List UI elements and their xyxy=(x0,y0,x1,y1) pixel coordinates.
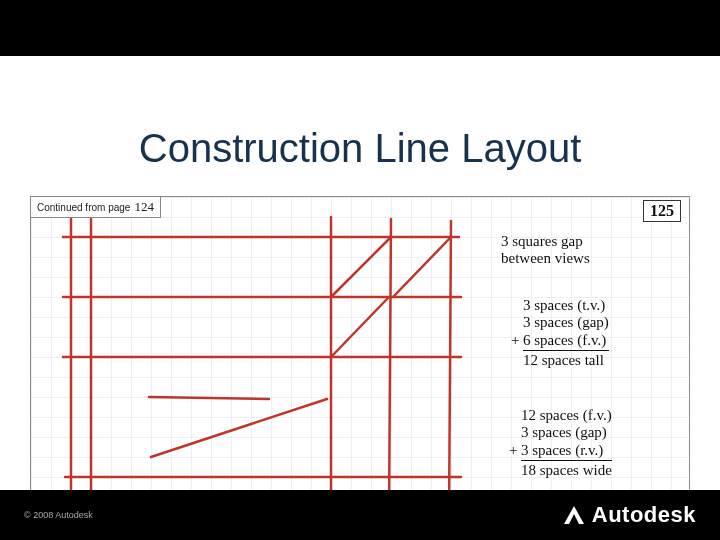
top-band xyxy=(0,0,720,56)
annotations: 3 squares gap between views 3 spaces (t.… xyxy=(31,197,689,525)
note-tall-r1: 3 spaces (t.v.) xyxy=(523,297,609,314)
brand-text: Autodesk xyxy=(592,502,696,528)
note-gap-line2: between views xyxy=(501,250,590,267)
note-tall-r2: 3 spaces (gap) xyxy=(523,314,609,331)
footer: © 2008 Autodesk Autodesk xyxy=(0,490,720,540)
content-band: Construction Line Layout xyxy=(0,56,720,490)
note-wide-r2: 3 spaces (gap) xyxy=(521,424,612,441)
copyright: © 2008 Autodesk xyxy=(24,510,93,520)
rule-line xyxy=(523,350,609,351)
note-wide-total: 18 spaces wide xyxy=(521,462,612,479)
note-gap-line1: 3 squares gap xyxy=(501,233,590,250)
figure: Continued from page 124 125 3 squares ga… xyxy=(30,196,690,526)
note-wide: 12 spaces (f.v.) 3 spaces (gap) + 3 spac… xyxy=(521,407,612,479)
autodesk-icon xyxy=(562,504,586,526)
note-gap: 3 squares gap between views xyxy=(501,233,590,268)
slide: Construction Line Layout xyxy=(0,0,720,540)
note-tall: 3 spaces (t.v.) 3 spaces (gap) + 6 space… xyxy=(523,297,609,369)
note-wide-r3: 3 spaces (r.v.) xyxy=(521,442,603,458)
note-wide-plus: + xyxy=(509,442,517,459)
rule-line xyxy=(521,460,612,461)
note-tall-total: 12 spaces tall xyxy=(523,352,609,369)
note-tall-plus: + xyxy=(511,332,519,349)
note-wide-r1: 12 spaces (f.v.) xyxy=(521,407,612,424)
note-tall-r3: 6 spaces (f.v.) xyxy=(523,332,606,348)
brand-logo: Autodesk xyxy=(562,502,696,528)
page-title: Construction Line Layout xyxy=(0,126,720,171)
